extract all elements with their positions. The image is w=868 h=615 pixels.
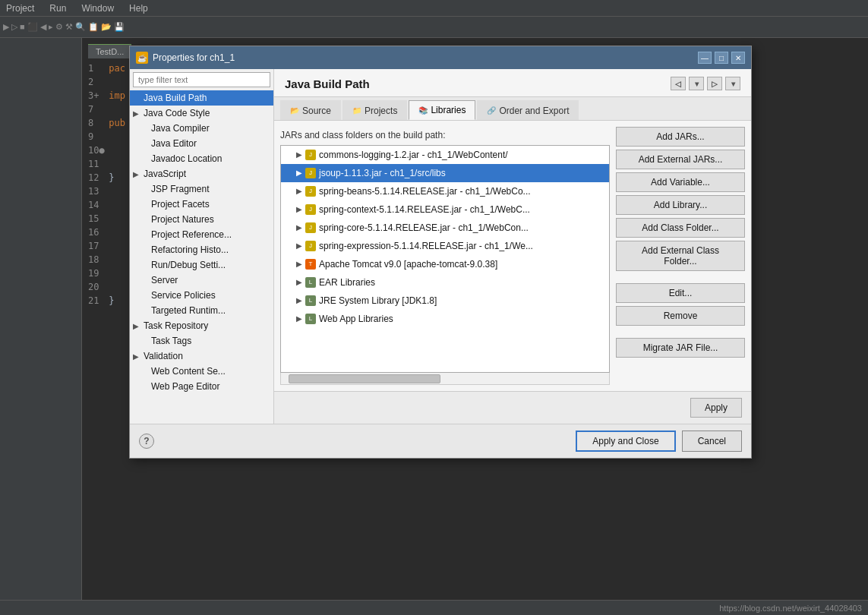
maximize-button[interactable]: □ <box>715 52 728 64</box>
tree-arrow: ▶ <box>133 322 140 330</box>
footer-buttons: Apply and Close Cancel <box>576 430 742 452</box>
dialog-icon: ☕ <box>136 52 148 64</box>
tree-item-label: Java Compiler <box>151 123 210 134</box>
tree-arrow: ▶ <box>133 170 140 178</box>
projects-icon: 📁 <box>352 106 361 115</box>
tree-item-server[interactable]: Server <box>130 273 273 288</box>
add-external-class-folder-button[interactable]: Add External Class Folder... <box>616 241 745 271</box>
add-variable-button[interactable]: Add Variable... <box>616 172 745 192</box>
right-buttons-panel: Add JARs... Add External JARs... Add Var… <box>616 127 745 385</box>
nav-forward-arrow[interactable]: ▾ <box>725 77 740 90</box>
filter-input[interactable] <box>133 72 270 87</box>
help-button[interactable]: ? <box>139 434 154 449</box>
nav-back-button[interactable]: ◁ <box>671 77 686 90</box>
tree-item-refactoring-hist[interactable]: Refactoring Histo... <box>130 242 273 257</box>
jar-expand-arrow: ▶ <box>296 203 302 216</box>
jar-item-label: commons-logging-1.2.jar - ch1_1/WebConte… <box>319 148 508 162</box>
minimize-button[interactable]: — <box>698 52 712 64</box>
tree-item-javadoc-location[interactable]: Javadoc Location <box>130 151 273 166</box>
jar-tree[interactable]: ▶ J commons-logging-1.2.jar - ch1_1/WebC… <box>280 145 610 373</box>
tree-item-targeted-runtime[interactable]: Targeted Runtim... <box>130 303 273 318</box>
add-library-button[interactable]: Add Library... <box>616 195 745 215</box>
status-text: https://blog.csdn.net/weixirt_44028403 <box>719 604 862 613</box>
tree-item-project-reference[interactable]: Project Reference... <box>130 227 273 242</box>
menu-help[interactable]: Help <box>126 2 151 15</box>
menu-window[interactable]: Window <box>78 2 117 15</box>
tab-order-export[interactable]: 🔗 Order and Export <box>477 100 579 120</box>
jar-item-label: Apache Tomcat v9.0 [apache-tomcat-9.0.38… <box>319 257 497 271</box>
jar-item-tomcat[interactable]: ▶ T Apache Tomcat v9.0 [apache-tomcat-9.… <box>281 255 609 273</box>
editor-tab[interactable]: TestD... <box>88 44 131 58</box>
tab-libraries[interactable]: 📚 Libraries <box>409 100 475 120</box>
add-jars-button[interactable]: Add JARs... <box>616 127 745 147</box>
lib-icon: L <box>305 314 316 324</box>
tree-item-run-debug[interactable]: Run/Debug Setti... <box>130 257 273 273</box>
tree-item-java-build-path[interactable]: Java Build Path <box>130 90 273 106</box>
add-class-folder-button[interactable]: Add Class Folder... <box>616 218 745 238</box>
jar-item-jsoup[interactable]: ▶ J jsoup-1.11.3.jar - ch1_1/src/libs <box>281 164 609 182</box>
jar-item-spring-beans[interactable]: ▶ J spring-beans-5.1.14.RELEASE.jar - ch… <box>281 182 609 200</box>
jar-expand-arrow: ▶ <box>296 312 302 326</box>
add-external-jars-button[interactable]: Add External JARs... <box>616 150 745 169</box>
dialog-controls: — □ ✕ <box>698 52 745 64</box>
jar-item-spring-context[interactable]: ▶ J spring-context-5.1.14.RELEASE.jar - … <box>281 200 609 219</box>
ide-menubar: Project Run Window Help <box>0 0 868 17</box>
jar-item-spring-core[interactable]: ▶ J spring-core-5.1.14.RELEASE.jar - ch1… <box>281 219 609 237</box>
status-bar: https://blog.csdn.net/weixirt_44028403 <box>0 600 868 615</box>
jar-item-commons-logging[interactable]: ▶ J commons-logging-1.2.jar - ch1_1/WebC… <box>281 146 609 164</box>
migrate-jar-button[interactable]: Migrate JAR File... <box>616 338 745 358</box>
remove-button[interactable]: Remove <box>616 306 745 326</box>
tree-item-java-compiler[interactable]: Java Compiler <box>130 121 273 136</box>
tab-libraries-label: Libraries <box>431 105 466 115</box>
nav-back-arrow[interactable]: ▾ <box>689 77 704 90</box>
tree-item-javascript[interactable]: ▶ JavaScript <box>130 166 273 181</box>
jar-file-icon: J <box>305 241 316 251</box>
edit-button[interactable]: Edit... <box>616 283 745 303</box>
tab-projects[interactable]: 📁 Projects <box>342 100 407 120</box>
jar-item-label: Web App Libraries <box>319 312 393 326</box>
dialog-body: Java Build Path ▶ Java Code Style Java C… <box>130 69 751 424</box>
jar-file-icon: J <box>305 150 316 160</box>
left-content: JARs and class folders on the build path… <box>280 127 610 385</box>
jar-expand-arrow: ▶ <box>296 166 302 180</box>
tree-item-project-facets[interactable]: Project Facets <box>130 197 273 212</box>
tree-item-service-policies[interactable]: Service Policies <box>130 288 273 303</box>
apply-and-close-button[interactable]: Apply and Close <box>576 430 675 452</box>
menu-project[interactable]: Project <box>3 2 37 15</box>
jar-expand-arrow: ▶ <box>296 276 302 289</box>
close-button[interactable]: ✕ <box>731 52 745 64</box>
tree-item-label: Java Code Style <box>144 108 210 118</box>
jar-item-spring-expression[interactable]: ▶ J spring-expression-5.1.14.RELEASE.jar… <box>281 237 609 255</box>
horizontal-scrollbar[interactable] <box>280 373 610 385</box>
jar-item-label: jsoup-1.11.3.jar - ch1_1/src/libs <box>319 166 446 180</box>
cancel-button[interactable]: Cancel <box>682 430 742 452</box>
tree-item-label: JavaScript <box>144 169 186 179</box>
tree-item-task-repository[interactable]: ▶ Task Repository <box>130 318 273 333</box>
nav-forward-button[interactable]: ▷ <box>707 77 722 90</box>
tree-item-validation[interactable]: ▶ Validation <box>130 348 273 364</box>
tree-item-jsp-fragment[interactable]: JSP Fragment <box>130 181 273 197</box>
jar-item-jre-system[interactable]: ▶ L JRE System Library [JDK1.8] <box>281 292 609 310</box>
tree-item-web-content[interactable]: Web Content Se... <box>130 364 273 379</box>
tree-arrow: ▶ <box>133 109 140 118</box>
tree-item-label: Java Build Path <box>144 93 207 103</box>
dialog-left-panel: Java Build Path ▶ Java Code Style Java C… <box>130 69 274 424</box>
tree-item-label: Run/Debug Setti... <box>151 260 226 270</box>
tab-source[interactable]: 📂 Source <box>280 100 341 120</box>
jar-item-web-app-libraries[interactable]: ▶ L Web App Libraries <box>281 310 609 328</box>
tree-item-web-page-editor[interactable]: Web Page Editor <box>130 379 273 394</box>
dialog-footer: ? Apply and Close Cancel <box>130 424 751 458</box>
tree-item-java-editor[interactable]: Java Editor <box>130 136 273 151</box>
apply-button[interactable]: Apply <box>690 398 742 418</box>
panel-nav-buttons: ◁ ▾ ▷ ▾ <box>671 77 740 90</box>
build-path-description: JARs and class folders on the build path… <box>280 127 610 145</box>
tree-item-java-code-style[interactable]: ▶ Java Code Style <box>130 106 273 121</box>
menu-run[interactable]: Run <box>46 2 69 15</box>
jar-item-ear-libraries[interactable]: ▶ L EAR Libraries <box>281 273 609 292</box>
jar-file-icon: J <box>305 168 316 178</box>
tree-item-project-natures[interactable]: Project Natures <box>130 212 273 227</box>
jar-item-label: spring-beans-5.1.14.RELEASE.jar - ch1_1/… <box>319 184 531 198</box>
tree-item-label: Service Policies <box>151 290 216 301</box>
tree-item-task-tags[interactable]: Task Tags <box>130 333 273 348</box>
jar-item-label: spring-core-5.1.14.RELEASE.jar - ch1_1/W… <box>319 221 529 235</box>
